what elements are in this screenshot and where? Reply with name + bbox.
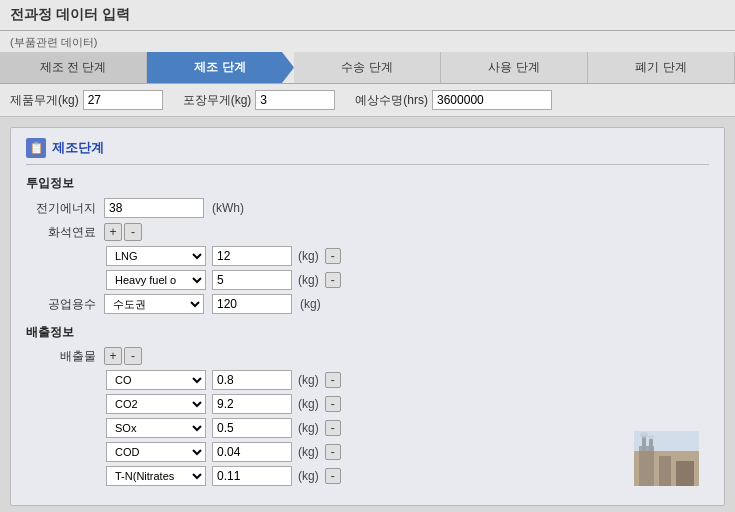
expected-usage-group: 예상수명(hrs)	[355, 90, 552, 110]
packaging-weight-group: 포장무게(kg)	[183, 90, 336, 110]
emission-add-button[interactable]: +	[104, 347, 122, 365]
top-inputs-row: 제품무게(kg) 포장무게(kg) 예상수명(hrs)	[0, 84, 735, 117]
section-box-inner: 투입정보 전기에너지 (kWh) 화석연료 + -	[26, 175, 709, 486]
tabs-row: 제조 전 단계 제조 단계 수송 단계 사용 단계 폐기 단계	[0, 52, 735, 84]
svg-rect-2	[659, 456, 671, 486]
tab-pre-manufacturing[interactable]: 제조 전 단계	[0, 52, 147, 83]
expected-usage-label: 예상수명(hrs)	[355, 92, 428, 109]
emission-type-select-4[interactable]: T-N(NitratesCOCO2SOx	[106, 466, 206, 486]
page-wrapper: 전과정 데이터 입력 (부품관련 데이터) 제조 전 단계 제조 단계 수송 단…	[0, 0, 735, 512]
emission-unit-3: (kg)	[298, 445, 319, 459]
section-title: 📋 제조단계	[26, 138, 709, 165]
page-title: 전과정 데이터 입력	[0, 0, 735, 31]
tab-disposal[interactable]: 폐기 단계	[588, 52, 735, 83]
fossil-fuel-row-remove-0[interactable]: -	[325, 248, 341, 264]
electric-energy-label: 전기에너지	[26, 200, 96, 217]
main-content: 📋 제조단계 투입정보 전기에너지 (kWh) 화석연료 + -	[0, 117, 735, 512]
product-weight-label: 제품무게(kg)	[10, 92, 79, 109]
emission-row-remove-3[interactable]: -	[325, 444, 341, 460]
emission-type-select-3[interactable]: CODCOCO2SOx	[106, 442, 206, 462]
emission-co-row: COCO2SOxCOD (kg) -	[106, 370, 709, 390]
electric-energy-row: 전기에너지 (kWh)	[26, 198, 709, 218]
expected-usage-input[interactable]	[432, 90, 552, 110]
packaging-weight-input[interactable]	[255, 90, 335, 110]
emission-row-remove-2[interactable]: -	[325, 420, 341, 436]
emission-row-remove-4[interactable]: -	[325, 468, 341, 484]
product-weight-group: 제품무게(kg)	[10, 90, 163, 110]
tab-manufacturing[interactable]: 제조 단계	[147, 52, 294, 83]
industrial-water-type-select[interactable]: 수도권 지방	[104, 294, 204, 314]
packaging-weight-label: 포장무게(kg)	[183, 92, 252, 109]
emission-value-input-3[interactable]	[212, 442, 292, 462]
section-icon: 📋	[26, 138, 46, 158]
emission-unit-2: (kg)	[298, 421, 319, 435]
fossil-fuel-value-input-0[interactable]	[212, 246, 292, 266]
sub-parts-label: (부품관련 데이터)	[0, 31, 735, 52]
emission-remove-button[interactable]: -	[124, 347, 142, 365]
emission-type-select-0[interactable]: COCO2SOxCOD	[106, 370, 206, 390]
fossil-fuel-type-select-0[interactable]: LNG Heavy fuel oil	[106, 246, 206, 266]
fossil-fuel-unit-0: (kg)	[298, 249, 319, 263]
fossil-fuel-heavy-row: Heavy fuel o LNG (kg) -	[106, 270, 709, 290]
emission-value-input-4[interactable]	[212, 466, 292, 486]
emission-sox-row: SOxCOCO2COD (kg) -	[106, 418, 709, 438]
electric-energy-unit: (kWh)	[212, 201, 244, 215]
emission-co2-row: CO2COSOxCOD (kg) -	[106, 394, 709, 414]
fossil-fuel-remove-button[interactable]: -	[124, 223, 142, 241]
industrial-water-label: 공업용수	[26, 296, 96, 313]
industrial-water-unit: (kg)	[300, 297, 321, 311]
emission-unit-0: (kg)	[298, 373, 319, 387]
emission-info-label: 배출정보	[26, 324, 709, 341]
fossil-fuel-row-remove-1[interactable]: -	[325, 272, 341, 288]
decorative-image	[634, 431, 699, 486]
svg-rect-3	[676, 461, 694, 486]
svg-rect-1	[639, 446, 654, 486]
emission-value-input-0[interactable]	[212, 370, 292, 390]
emission-unit-4: (kg)	[298, 469, 319, 483]
fossil-fuel-label: 화석연료	[26, 224, 96, 241]
emission-row-remove-1[interactable]: -	[325, 396, 341, 412]
svg-rect-8	[634, 431, 699, 451]
electric-energy-input[interactable]	[104, 198, 204, 218]
section-box: 📋 제조단계 투입정보 전기에너지 (kWh) 화석연료 + -	[10, 127, 725, 506]
emission-label: 배출물	[26, 348, 96, 365]
input-info-label: 투입정보	[26, 175, 709, 192]
fossil-fuel-value-input-1[interactable]	[212, 270, 292, 290]
section-title-text: 제조단계	[52, 139, 104, 157]
emission-row-remove-0[interactable]: -	[325, 372, 341, 388]
emission-tn-row: T-N(NitratesCOCO2SOx (kg) -	[106, 466, 709, 486]
fossil-fuel-lng-row: LNG Heavy fuel oil (kg) -	[106, 246, 709, 266]
emission-type-select-1[interactable]: CO2COSOxCOD	[106, 394, 206, 414]
fossil-fuel-unit-1: (kg)	[298, 273, 319, 287]
emission-type-select-2[interactable]: SOxCOCO2COD	[106, 418, 206, 438]
emission-label-row: 배출물 + -	[26, 347, 709, 365]
emission-unit-1: (kg)	[298, 397, 319, 411]
industrial-water-row: 공업용수 수도권 지방 (kg)	[26, 294, 709, 314]
emission-cod-row: CODCOCO2SOx (kg) -	[106, 442, 709, 462]
fossil-fuel-add-button[interactable]: +	[104, 223, 122, 241]
fossil-fuel-type-select-1[interactable]: Heavy fuel o LNG	[106, 270, 206, 290]
industrial-water-value-input[interactable]	[212, 294, 292, 314]
tab-usage[interactable]: 사용 단계	[441, 52, 588, 83]
fossil-fuel-controls: + -	[104, 223, 142, 241]
tab-transport[interactable]: 수송 단계	[294, 52, 441, 83]
fossil-fuel-row: 화석연료 + -	[26, 223, 709, 241]
product-weight-input[interactable]	[83, 90, 163, 110]
emission-value-input-2[interactable]	[212, 418, 292, 438]
emission-controls: + -	[104, 347, 142, 365]
emission-value-input-1[interactable]	[212, 394, 292, 414]
